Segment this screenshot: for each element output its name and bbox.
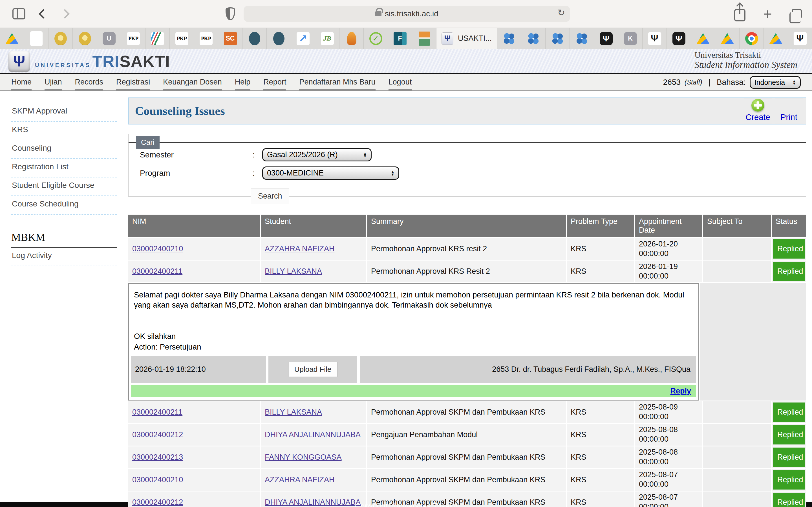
tab-overview-icon[interactable] — [792, 9, 802, 19]
sidebar-toggle-icon[interactable] — [12, 8, 26, 19]
pinned-tab[interactable] — [24, 28, 49, 49]
pinned-tab[interactable] — [0, 28, 24, 49]
nav-item[interactable]: Help — [235, 78, 251, 91]
nim-link[interactable]: 030002400210 — [132, 475, 183, 484]
pinned-tab[interactable]: Ψ — [643, 28, 667, 49]
nim-link[interactable]: 030002400212 — [132, 431, 183, 439]
pinned-tab[interactable] — [546, 28, 570, 49]
tab-strip: U PKP PKP PKP SC — [0, 27, 812, 49]
language-select[interactable]: Indonesia ▲▼ — [750, 76, 801, 89]
student-link[interactable]: DHIYA ANJALINANNUJABA — [265, 431, 361, 439]
tab-favicon — [527, 32, 540, 45]
pinned-tab[interactable]: SC — [218, 28, 243, 49]
pinned-tab[interactable] — [715, 28, 740, 49]
pinned-tab[interactable]: Ψ — [788, 28, 812, 49]
nim-link[interactable]: 030002400211 — [132, 267, 183, 276]
sidebar-item[interactable]: SKPM Approval — [11, 103, 117, 122]
student-link[interactable]: BILLY LAKSANA — [265, 408, 322, 416]
pinned-tab[interactable]: PKP — [170, 28, 194, 49]
create-button[interactable]: Create — [744, 99, 772, 123]
tab-favicon — [347, 32, 356, 45]
nim-link[interactable]: 030002400212 — [132, 498, 183, 507]
reply-link[interactable]: Reply — [670, 387, 691, 395]
appointment-date-cell: 2025-08-0800:00:00 — [635, 424, 703, 446]
student-link[interactable]: DHIYA ANJALINANNUJABA — [265, 498, 361, 507]
pinned-tab[interactable]: ↗ — [291, 28, 315, 49]
search-button[interactable]: Search — [251, 188, 289, 204]
print-button[interactable]: Print — [775, 99, 803, 123]
pinned-tab[interactable] — [570, 28, 594, 49]
status-cell: Replied — [772, 261, 806, 282]
nim-link[interactable]: 030002400210 — [132, 244, 183, 253]
pinned-tab[interactable] — [691, 28, 715, 49]
subject-to-cell — [703, 492, 772, 507]
pinned-tab[interactable] — [146, 28, 170, 49]
tab-favicon: Ψ — [794, 32, 807, 45]
forward-icon[interactable] — [60, 9, 70, 18]
pinned-tab[interactable]: PKP — [194, 28, 218, 49]
nim-link[interactable]: 030002400213 — [132, 453, 183, 462]
back-icon[interactable] — [39, 9, 48, 18]
counseling-table: NIM Student Summary Problem Type Appoint… — [128, 215, 806, 507]
brand-name: TRISAKTI — [92, 52, 170, 70]
status-cell: Replied — [772, 492, 806, 507]
fieldset-border: Cari — [129, 142, 806, 143]
nav-item[interactable]: Registrasi — [116, 78, 150, 91]
nim-link[interactable]: 030002400211 — [132, 408, 183, 416]
pinned-tab[interactable] — [243, 28, 267, 49]
pinned-tab[interactable]: ✓ — [364, 28, 388, 49]
reload-icon[interactable]: ↻ — [557, 7, 565, 18]
student-link[interactable]: FANNY KONGGOASA — [265, 453, 342, 462]
staff-answer-line1: OK silahkan — [134, 331, 691, 342]
pinned-tab[interactable]: F — [388, 28, 412, 49]
student-link[interactable]: AZZAHRA NAFIZAH — [265, 475, 335, 484]
nav-item[interactable]: Keuangan Dosen — [163, 78, 222, 91]
search-legend: Cari — [136, 136, 160, 149]
nav-item[interactable]: Logout — [389, 78, 412, 91]
pinned-tab[interactable] — [73, 28, 97, 49]
subject-to-cell — [703, 469, 772, 491]
pinned-tab[interactable] — [340, 28, 364, 49]
pinned-tab[interactable] — [521, 28, 546, 49]
share-icon[interactable] — [734, 9, 746, 21]
pinned-tab[interactable]: U — [97, 28, 121, 49]
sidebar-item[interactable]: Course Scheduling — [11, 196, 117, 215]
program-select[interactable]: 0300-MEDICINE ▲▼ — [262, 166, 399, 180]
tab-favicon: PKP — [127, 32, 140, 45]
pinned-tab[interactable] — [740, 28, 764, 49]
sidebar-item[interactable]: Log Activity — [11, 247, 117, 266]
tab-favicon — [697, 33, 710, 45]
nav-item[interactable]: Records — [75, 78, 103, 91]
pinned-tab[interactable]: Ψ — [667, 28, 691, 49]
url-bar[interactable]: sis.trisakti.ac.id ↻ — [244, 6, 570, 22]
sidebar-item[interactable]: Registration List — [11, 159, 117, 177]
sidebar-item[interactable]: KRS — [11, 122, 117, 140]
sidebar-item[interactable]: Counseling — [11, 140, 117, 159]
summary-cell: Permohonan Approval SKPM dan Pembukaan K… — [367, 469, 567, 491]
pinned-tab[interactable] — [497, 28, 521, 49]
pinned-tab[interactable] — [412, 28, 437, 49]
active-tab[interactable]: Ψ USAKTI... — [437, 28, 497, 49]
trisakti-logo[interactable]: Ψ UNIVERSITAS TRISAKTI — [8, 51, 170, 72]
pinned-tab[interactable] — [267, 28, 291, 49]
nav-item[interactable]: Home — [11, 78, 32, 91]
student-link[interactable]: AZZAHRA NAFIZAH — [265, 244, 335, 253]
pinned-tab[interactable]: Ψ — [594, 28, 618, 49]
sidebar: SKPM Approval KRS Counseling Registratio… — [0, 91, 128, 502]
sidebar-item[interactable]: Student Eligible Course — [11, 177, 117, 196]
semester-select[interactable]: Gasal 2025/2026 (R) ▲▼ — [262, 148, 371, 161]
pinned-tab[interactable]: PKP — [121, 28, 146, 49]
pinned-tab[interactable]: JB — [315, 28, 340, 49]
nav-item[interactable]: Ujian — [45, 78, 62, 91]
status-badge: Replied — [773, 239, 805, 259]
nav-item[interactable]: Report — [263, 78, 286, 91]
table-row: 030002400212 DHIYA ANJALINANNUJABA Permo… — [128, 491, 806, 507]
nav-item[interactable]: Pendaftaran Mhs Baru — [299, 78, 375, 91]
upload-file-button[interactable]: Upload File — [289, 362, 338, 377]
pinned-tab[interactable] — [764, 28, 788, 49]
pinned-tab[interactable] — [49, 28, 73, 49]
student-link[interactable]: BILLY LAKSANA — [265, 267, 322, 276]
privacy-shield-icon[interactable] — [225, 7, 235, 20]
subject-to-cell — [703, 401, 772, 423]
pinned-tab[interactable]: K — [618, 28, 643, 49]
